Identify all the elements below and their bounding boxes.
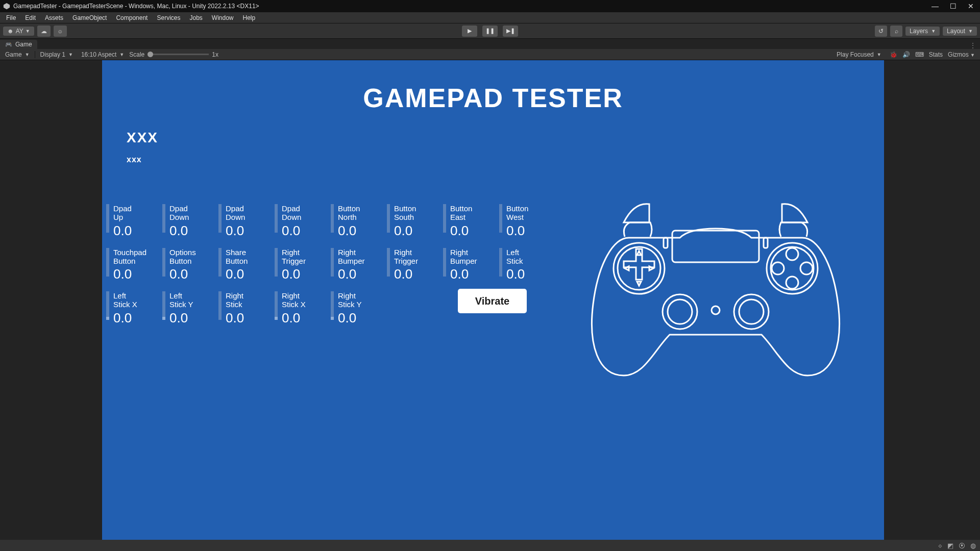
input-cell: Left Stick0.0: [499, 248, 555, 283]
svg-point-11: [786, 277, 798, 289]
value-bar-fill: [162, 317, 165, 320]
value-bar: [275, 248, 278, 277]
scale-label: Scale: [129, 51, 144, 58]
input-value: 0.0: [394, 266, 418, 282]
input-label: Left Stick Y: [169, 291, 193, 309]
menu-component[interactable]: Component: [112, 13, 152, 22]
vibrate-button[interactable]: Vibrate: [458, 289, 527, 313]
input-value: 0.0: [169, 310, 193, 326]
cloud-button[interactable]: ☁: [37, 26, 51, 37]
search-button[interactable]: ⌕: [890, 26, 902, 37]
menu-edit[interactable]: Edit: [21, 13, 40, 22]
input-label: Button East: [450, 204, 472, 222]
menu-file[interactable]: File: [2, 13, 20, 22]
input-cell: Dpad Down0.0: [162, 204, 218, 239]
value-bar: [275, 204, 278, 233]
history-icon: ↺: [878, 28, 884, 35]
input-label: Right Stick X: [282, 291, 306, 309]
user-icon: ☻: [7, 28, 14, 35]
account-label: AY: [16, 28, 23, 35]
step-button[interactable]: ▶❚: [503, 26, 518, 37]
scale-slider[interactable]: Scale 1x: [129, 51, 218, 58]
input-label: Right Bumper: [450, 248, 477, 266]
status-icon-2[interactable]: ◩: [947, 542, 953, 549]
layers-dropdown[interactable]: Layers ▼: [905, 27, 940, 36]
svg-rect-20: [764, 238, 768, 248]
input-label: Options Button: [169, 248, 196, 266]
input-cell: Right Stick X0.0: [275, 291, 331, 326]
slider-thumb[interactable]: [148, 52, 153, 57]
maximize-icon[interactable]: ☐: [950, 2, 957, 10]
input-label: Right Stick: [226, 291, 244, 309]
close-icon[interactable]: ✕: [968, 2, 974, 10]
bug-icon[interactable]: 🐞: [890, 51, 897, 58]
undo-history-button[interactable]: ↺: [875, 26, 887, 37]
value-bar: [218, 248, 222, 277]
chevron-down-icon: ▼: [119, 52, 124, 57]
gamepad-icon: 🎮: [5, 41, 12, 48]
value-bar: [443, 248, 446, 277]
input-cell: [387, 291, 443, 326]
gizmos-dropdown[interactable]: Gizmos ▼: [948, 51, 975, 58]
layout-dropdown[interactable]: Layout ▼: [943, 27, 977, 36]
value-bar: [218, 204, 222, 233]
chevron-down-icon: ▼: [931, 29, 936, 34]
play-icon: ▶: [468, 28, 472, 34]
chevron-down-icon: ▼: [970, 53, 975, 58]
input-value: 0.0: [226, 223, 245, 239]
tab-game[interactable]: 🎮 Game: [0, 40, 37, 49]
input-value: 0.0: [338, 266, 365, 282]
display-dropdown[interactable]: Display 1▼: [37, 51, 76, 58]
stats-button[interactable]: Stats: [929, 51, 943, 58]
gameview-toolbar: Game▼ Display 1▼ 16:10 Aspect▼ Scale 1x …: [0, 49, 980, 60]
input-label: Right Bumper: [338, 248, 365, 266]
svg-rect-1: [672, 231, 759, 262]
chevron-down-icon: ▼: [968, 29, 973, 34]
pause-button[interactable]: ❚❚: [482, 26, 498, 37]
cloud-icon: ☁: [41, 28, 47, 35]
value-bar: [499, 204, 502, 233]
input-value: 0.0: [113, 223, 132, 239]
menu-help[interactable]: Help: [239, 13, 260, 22]
menu-services[interactable]: Services: [153, 13, 184, 22]
settings-button[interactable]: ☼: [54, 26, 67, 37]
menu-jobs[interactable]: Jobs: [185, 13, 206, 22]
svg-point-15: [668, 299, 692, 324]
input-cell: Right Stick Y0.0: [331, 291, 387, 326]
aspect-dropdown[interactable]: 16:10 Aspect▼: [78, 51, 127, 58]
input-value: 0.0: [506, 223, 528, 239]
input-cell: Right Trigger0.0: [275, 248, 331, 283]
value-bar: [331, 248, 334, 277]
playfocus-dropdown[interactable]: Play Focused▼: [834, 51, 885, 58]
input-value: 0.0: [394, 223, 416, 239]
value-bar: [162, 248, 165, 277]
status-icon-1[interactable]: ⟐: [938, 542, 942, 549]
gameview-area: GAMEPAD TESTER XXX xxx Dpad Up0.0Dpad Do…: [0, 60, 980, 540]
tab-label: Game: [15, 41, 32, 48]
menu-window[interactable]: Window: [208, 13, 238, 22]
input-cell: Right Bumper0.0: [443, 248, 499, 283]
status-icon-4[interactable]: ◍: [970, 542, 976, 549]
svg-point-10: [786, 248, 798, 260]
input-cell: Left Stick Y0.0: [162, 291, 218, 326]
minimize-icon[interactable]: —: [932, 2, 939, 10]
menu-gameobject[interactable]: GameObject: [68, 13, 111, 22]
value-bar: [162, 204, 165, 233]
input-cell: Button West0.0: [499, 204, 555, 239]
status-icon-3[interactable]: ⦿: [959, 542, 965, 549]
menu-assets[interactable]: Assets: [41, 13, 67, 22]
audio-icon[interactable]: 🔊: [902, 51, 910, 58]
play-button[interactable]: ▶: [462, 26, 477, 37]
input-value: 0.0: [113, 310, 137, 326]
value-bar: [387, 248, 390, 277]
account-dropdown[interactable]: ☻ AY ▼: [3, 27, 34, 36]
chevron-down-icon: ▼: [68, 52, 73, 57]
gameview-mode-dropdown[interactable]: Game▼: [2, 51, 33, 58]
input-cell: Dpad Down0.0: [275, 204, 331, 239]
value-bar-fill: [331, 317, 334, 320]
unity-logo-icon: [3, 3, 10, 10]
input-cell: Right Bumper0.0: [331, 248, 387, 283]
keyboard-icon[interactable]: ⌨: [915, 51, 924, 58]
tab-options-icon[interactable]: ⋮: [966, 42, 980, 49]
game-canvas: GAMEPAD TESTER XXX xxx Dpad Up0.0Dpad Do…: [102, 60, 884, 540]
